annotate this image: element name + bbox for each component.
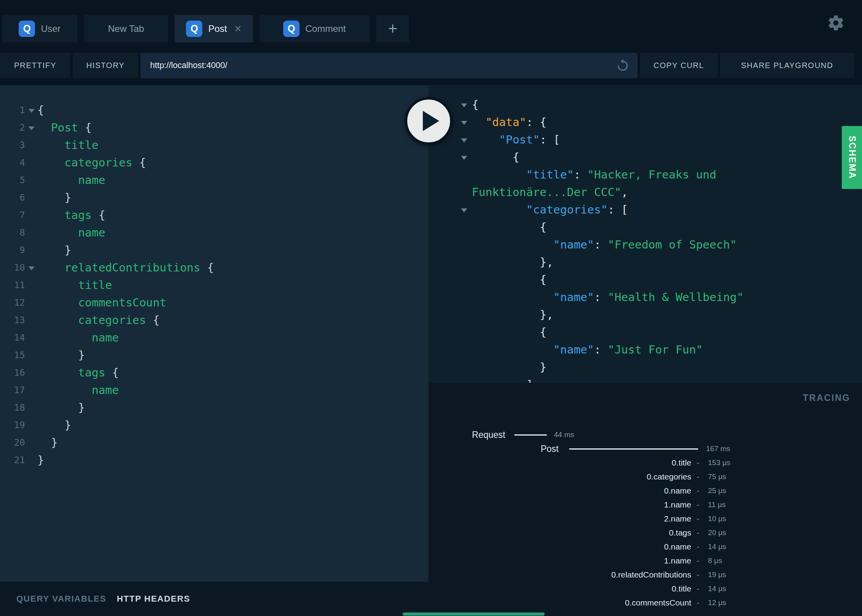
response-line: {: [428, 324, 862, 341]
response-line: Funktionäre...Der CCC",: [428, 184, 862, 201]
code-token: {: [37, 103, 44, 117]
history-button[interactable]: HISTORY: [73, 53, 138, 78]
code-token: }: [51, 436, 58, 449]
line-number: 4: [0, 154, 25, 172]
scrollbar-thumb[interactable]: [403, 612, 545, 616]
schema-tab[interactable]: SCHEMA: [842, 126, 862, 189]
fold-gutter: [25, 416, 37, 434]
share-playground-button[interactable]: SHARE PLAYGROUND: [720, 53, 854, 78]
query-editor-line[interactable]: 15}: [0, 346, 428, 364]
add-tab-button[interactable]: +: [376, 15, 409, 42]
query-editor-line[interactable]: 13categories {: [0, 312, 428, 329]
tracing-duration-value: 14 μs: [708, 582, 726, 596]
fold-arrow-icon[interactable]: [28, 266, 35, 270]
line-number: 16: [0, 364, 25, 382]
close-tab-icon[interactable]: ×: [234, 23, 241, 35]
tabs: Q User New Tab Q Post × Q Comment +: [2, 15, 409, 42]
code-token: {: [540, 273, 547, 286]
collapse-arrow-icon[interactable]: [461, 156, 467, 160]
query-editor-line[interactable]: 16tags {: [0, 364, 428, 382]
query-code: title: [37, 276, 112, 294]
endpoint-url-input[interactable]: [140, 53, 638, 78]
tracing-row: Post167 ms: [428, 442, 862, 456]
query-code: relatedContributions {: [37, 259, 214, 276]
response-line: {: [428, 219, 862, 236]
query-code: title: [37, 136, 98, 154]
query-editor-line[interactable]: 4categories {: [0, 154, 428, 172]
query-editor[interactable]: 1{2Post {3title4categories {5name6}7tags…: [0, 85, 428, 582]
query-editor-line[interactable]: 21}: [0, 452, 428, 469]
collapse-arrow-icon[interactable]: [461, 138, 467, 142]
tracing-row: 0.relatedContributions-19 μs: [428, 568, 862, 582]
collapse-arrow-icon[interactable]: [461, 103, 467, 107]
line-number: 2: [0, 119, 25, 136]
query-editor-line[interactable]: 18}: [0, 399, 428, 416]
tracing-row-label: 1.name: [664, 554, 691, 568]
settings-gear-icon[interactable]: [827, 14, 845, 32]
query-editor-line[interactable]: 17name: [0, 382, 428, 399]
prettify-button[interactable]: PRETTIFY: [0, 53, 70, 78]
response-viewer: {"data": {"Post": [{"title": "Hacker, Fr…: [428, 85, 862, 383]
response-line: "name": "Health & Wellbeing": [428, 289, 862, 306]
copy-curl-button[interactable]: COPY CURL: [640, 53, 718, 78]
graphql-playground-window: Q User New Tab Q Post × Q Comment + PRET…: [0, 0, 862, 616]
code-token: },: [540, 308, 554, 321]
tab-post[interactable]: Q Post ×: [175, 15, 253, 42]
code-token: {: [513, 150, 519, 164]
line-number: 11: [0, 276, 25, 294]
response-code: Funktionäre...Der CCC",: [472, 186, 628, 199]
query-editor-line[interactable]: 9}: [0, 242, 428, 259]
code-token: {: [105, 366, 119, 379]
fold-arrow-icon[interactable]: [28, 126, 35, 130]
fold-gutter: [25, 399, 37, 416]
query-editor-line[interactable]: 2Post {: [0, 119, 428, 136]
query-lines: 1{2Post {3title4categories {5name6}7tags…: [0, 102, 428, 469]
query-editor-line[interactable]: 3title: [0, 136, 428, 154]
line-number: 8: [0, 224, 25, 242]
tab-label: Comment: [305, 23, 346, 34]
execute-button[interactable]: [405, 97, 452, 145]
tab-comment[interactable]: Q Comment: [259, 15, 370, 42]
fold-gutter: [25, 434, 37, 452]
tracing-row: 0.title-153 μs: [428, 456, 862, 470]
tracing-row: 1.name-8 μs: [428, 554, 862, 568]
reload-icon[interactable]: [615, 58, 630, 73]
tracing-row-label: 0.commentsCount: [625, 596, 691, 610]
query-editor-line[interactable]: 10relatedContributions {: [0, 259, 428, 276]
code-token: {: [92, 208, 105, 222]
response-code: {: [472, 98, 478, 111]
code-token: Funktionäre...Der CCC": [472, 186, 621, 199]
query-variables-tab[interactable]: QUERY VARIABLES: [16, 594, 106, 604]
tab-new-tab[interactable]: New Tab: [84, 15, 168, 42]
query-code: }: [37, 242, 71, 259]
http-headers-tab[interactable]: HTTP HEADERS: [117, 594, 190, 604]
query-editor-line[interactable]: 7tags {: [0, 206, 428, 224]
fold-gutter: [25, 102, 37, 119]
query-editor-line[interactable]: 19}: [0, 416, 428, 434]
query-editor-line[interactable]: 14name: [0, 329, 428, 346]
tracing-row: 0.name-14 μs: [428, 540, 862, 554]
query-editor-line[interactable]: 8name: [0, 224, 428, 242]
response-line: },: [428, 254, 862, 271]
tracing-duration-value: 8 μs: [708, 554, 722, 568]
code-token: :: [594, 290, 608, 304]
query-editor-line[interactable]: 11title: [0, 276, 428, 294]
tab-user[interactable]: Q User: [2, 15, 77, 42]
tracing-duration-value: 10 μs: [708, 512, 726, 526]
query-code: name: [37, 172, 105, 189]
response-code: }: [540, 360, 547, 374]
query-editor-line[interactable]: 12commentsCount: [0, 294, 428, 312]
fold-arrow-icon[interactable]: [28, 109, 35, 113]
code-token: categories: [65, 156, 133, 169]
query-code: }: [37, 416, 71, 434]
query-editor-line[interactable]: 1{: [0, 102, 428, 119]
response-code: "name": "Just For Fun": [554, 343, 703, 356]
code-token: "Post": [499, 133, 540, 146]
query-editor-line[interactable]: 5name: [0, 172, 428, 189]
collapse-arrow-icon[interactable]: [461, 121, 467, 125]
collapse-arrow-icon[interactable]: [461, 208, 467, 212]
tracing-duration-value: 167 ms: [706, 442, 730, 456]
query-editor-line[interactable]: 6}: [0, 189, 428, 206]
code-token: name: [78, 173, 105, 187]
query-editor-line[interactable]: 20}: [0, 434, 428, 452]
